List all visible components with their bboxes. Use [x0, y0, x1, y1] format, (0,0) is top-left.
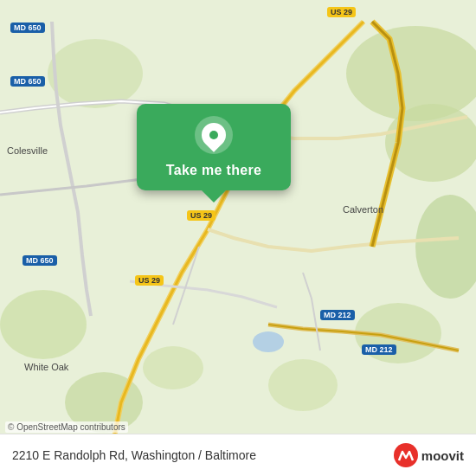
road-badge-us29-2: US 29 [187, 210, 215, 221]
road-badge-us29-1: US 29 [327, 7, 356, 17]
road-badge-us29-3: US 29 [135, 275, 164, 286]
location-icon-wrapper [195, 116, 233, 154]
moovit-logo-icon [394, 443, 418, 467]
svg-point-6 [0, 290, 87, 359]
take-me-there-button[interactable]: Take me there [166, 163, 261, 178]
svg-point-11 [394, 443, 418, 467]
bottom-bar: 2210 E Randolph Rd, Washington / Baltimo… [0, 434, 476, 476]
moovit-logo: moovit [394, 443, 464, 467]
svg-point-10 [253, 331, 284, 352]
road-badge-md650-1: MD 650 [10, 23, 45, 33]
svg-point-5 [48, 39, 143, 108]
place-label-calverton: Calverton [343, 204, 383, 215]
place-label-white-oak: White Oak [24, 362, 68, 372]
map-attribution: © OpenStreetMap contributors [5, 421, 128, 433]
road-badge-md212-2: MD 212 [362, 344, 396, 355]
location-pin-icon [196, 118, 231, 152]
svg-point-9 [268, 359, 338, 411]
svg-point-8 [143, 346, 203, 389]
location-pin-dot [209, 131, 218, 139]
road-badge-md212-1: MD 212 [320, 310, 355, 320]
map-container: Colesville White Oak Calverton MD 650 MD… [0, 0, 476, 476]
road-badge-md650-3: MD 650 [23, 255, 57, 266]
address-text: 2210 E Randolph Rd, Washington / Baltimo… [12, 448, 256, 462]
map-svg [0, 0, 476, 476]
moovit-brand-text: moovit [421, 448, 464, 463]
location-popup[interactable]: Take me there [137, 104, 291, 190]
place-label-colesville: Colesville [7, 145, 48, 156]
road-badge-md650-2: MD 650 [10, 76, 45, 87]
